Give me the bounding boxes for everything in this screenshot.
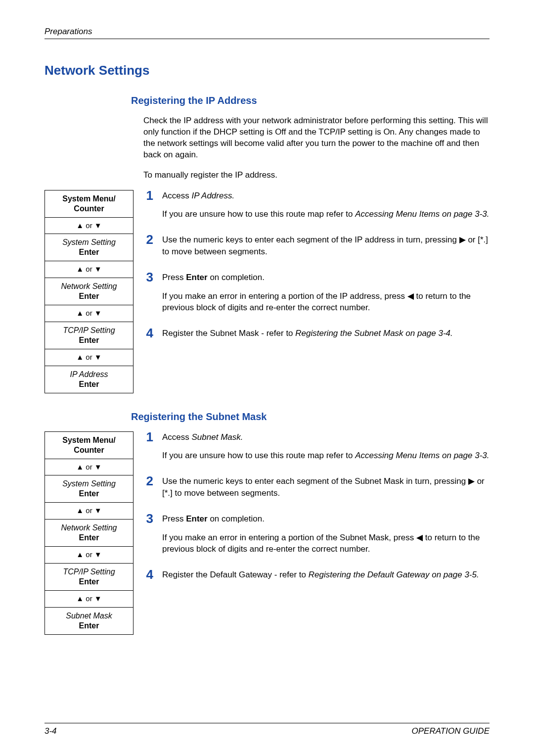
step-number: 4 bbox=[143, 568, 153, 581]
header-rule bbox=[44, 39, 490, 39]
route-map-title-line2: Counter bbox=[74, 446, 104, 454]
route-map-enter: Enter bbox=[47, 335, 131, 345]
step-text: Press Enter on completion. bbox=[162, 272, 490, 284]
route-map-item: Network Setting Enter bbox=[45, 520, 133, 547]
route-map-title-line1: System Menu/ bbox=[62, 436, 116, 444]
section-heading-subnet: Registering the Subnet Mask bbox=[131, 411, 490, 423]
step-number: 2 bbox=[143, 233, 153, 246]
steps-subnet: 1 Access Subnet Mask. If you are unsure … bbox=[143, 431, 490, 595]
route-map-enter: Enter bbox=[47, 291, 131, 301]
step-text: Access IP Address. bbox=[162, 190, 489, 202]
route-map-title: System Menu/ Counter bbox=[45, 432, 133, 459]
route-map-item-label: TCP/IP Setting bbox=[47, 326, 131, 335]
step-item: 1 Access Subnet Mask. If you are unsure … bbox=[143, 431, 490, 469]
step-item: 1 Access IP Address. If you are unsure h… bbox=[143, 190, 490, 228]
step-number: 2 bbox=[143, 474, 153, 487]
page-number: 3-4 bbox=[44, 726, 57, 736]
route-map-enter: Enter bbox=[47, 247, 131, 257]
route-map-item: Network Setting Enter bbox=[45, 278, 133, 305]
step-item: 4 Register the Default Gateway - refer t… bbox=[143, 569, 490, 588]
step-text: Use the numeric keys to enter each segme… bbox=[162, 475, 490, 499]
route-map-title: System Menu/ Counter bbox=[45, 190, 133, 218]
page-title: Network Settings bbox=[44, 63, 490, 78]
route-map-item-label: System Setting bbox=[47, 479, 131, 489]
route-map-item-label: Network Setting bbox=[47, 523, 131, 533]
route-map-subnet: System Menu/ Counter ▲ or ▼ System Setti… bbox=[44, 431, 134, 635]
route-map-nav: ▲ or ▼ bbox=[45, 218, 133, 235]
route-map-enter: Enter bbox=[47, 621, 131, 631]
route-map-item-label: TCP/IP Setting bbox=[47, 567, 131, 577]
route-map-nav: ▲ or ▼ bbox=[45, 305, 133, 322]
step-text: If you make an error in entering a porti… bbox=[162, 532, 490, 556]
steps-ip: 1 Access IP Address. If you are unsure h… bbox=[143, 190, 490, 353]
step-item: 3 Press Enter on completion. If you make… bbox=[143, 513, 490, 562]
route-map-nav: ▲ or ▼ bbox=[45, 591, 133, 608]
route-map-item-label: IP Address bbox=[47, 370, 131, 379]
page-footer: 3-4 OPERATION GUIDE bbox=[44, 723, 490, 736]
step-text: Register the Subnet Mask - refer to Regi… bbox=[162, 328, 453, 339]
step-number: 1 bbox=[143, 430, 153, 443]
route-map-title-line2: Counter bbox=[74, 204, 104, 213]
step-text: If you are unsure how to use this route … bbox=[162, 208, 489, 220]
step-text: Use the numeric keys to enter each segme… bbox=[162, 234, 490, 258]
route-map-nav: ▲ or ▼ bbox=[45, 261, 133, 278]
route-map-item-label: System Setting bbox=[47, 237, 131, 247]
route-map-enter: Enter bbox=[47, 489, 131, 499]
step-text: Register the Default Gateway - refer to … bbox=[162, 569, 479, 581]
intro-paragraph: Check the IP address with your network a… bbox=[143, 115, 490, 161]
chapter-header: Preparations bbox=[44, 27, 490, 37]
step-item: 2 Use the numeric keys to enter each seg… bbox=[143, 475, 490, 506]
route-map-enter: Enter bbox=[47, 577, 131, 587]
step-number: 1 bbox=[143, 189, 153, 202]
route-map-nav: ▲ or ▼ bbox=[45, 349, 133, 366]
route-map-enter: Enter bbox=[47, 533, 131, 543]
route-map-ip: System Menu/ Counter ▲ or ▼ System Setti… bbox=[44, 190, 134, 393]
route-map-item: Subnet Mask Enter bbox=[45, 608, 133, 634]
section-heading-ip: Registering the IP Address bbox=[131, 95, 490, 106]
route-map-item-label: Subnet Mask bbox=[47, 611, 131, 621]
step-number: 3 bbox=[143, 512, 153, 525]
route-map-item: IP Address Enter bbox=[45, 366, 133, 393]
route-map-enter: Enter bbox=[47, 379, 131, 389]
intro-paragraph: To manually register the IP address. bbox=[143, 170, 490, 181]
step-item: 4 Register the Subnet Mask - refer to Re… bbox=[143, 328, 490, 346]
guide-label: OPERATION GUIDE bbox=[412, 726, 490, 736]
step-number: 4 bbox=[143, 327, 153, 339]
step-text: Press Enter on completion. bbox=[162, 513, 490, 525]
route-map-nav: ▲ or ▼ bbox=[45, 547, 133, 564]
route-map-item: System Setting Enter bbox=[45, 234, 133, 261]
route-map-item: TCP/IP Setting Enter bbox=[45, 564, 133, 591]
step-item: 2 Use the numeric keys to enter each seg… bbox=[143, 234, 490, 265]
route-map-nav: ▲ or ▼ bbox=[45, 459, 133, 476]
step-text: If you make an error in entering a porti… bbox=[162, 290, 490, 314]
route-map-item: TCP/IP Setting Enter bbox=[45, 322, 133, 349]
step-text: Access Subnet Mask. bbox=[162, 431, 489, 443]
route-map-item-label: Network Setting bbox=[47, 282, 131, 291]
route-map-nav: ▲ or ▼ bbox=[45, 503, 133, 520]
step-item: 3 Press Enter on completion. If you make… bbox=[143, 272, 490, 321]
route-map-item: System Setting Enter bbox=[45, 475, 133, 503]
step-text: If you are unsure how to use this route … bbox=[162, 450, 489, 462]
route-map-title-line1: System Menu/ bbox=[62, 194, 116, 203]
step-number: 3 bbox=[143, 271, 153, 284]
